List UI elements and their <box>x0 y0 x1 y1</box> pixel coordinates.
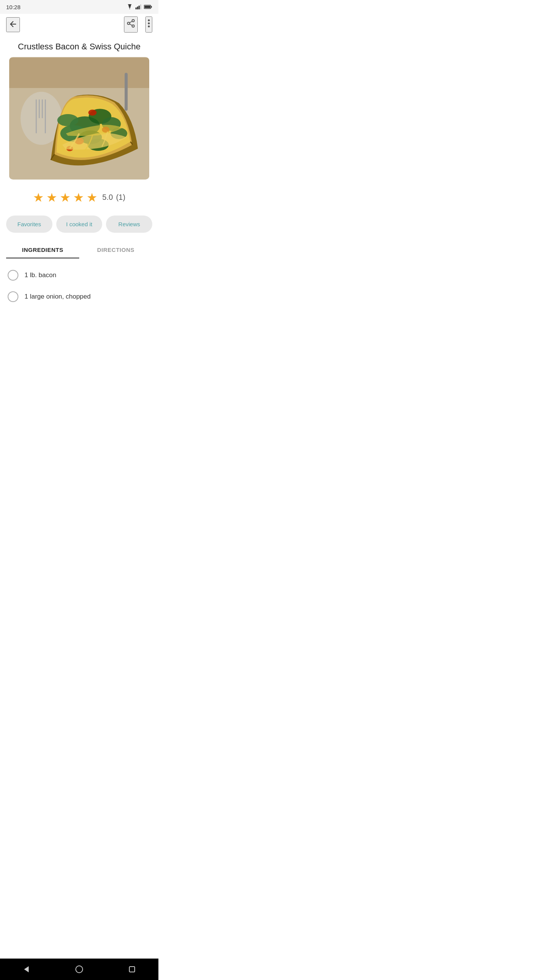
star-5: ★ <box>86 190 98 205</box>
recipe-image-container <box>0 57 158 186</box>
svg-rect-16 <box>9 57 149 88</box>
svg-line-10 <box>130 24 132 26</box>
svg-rect-6 <box>144 6 150 8</box>
more-icon <box>148 19 150 28</box>
svg-line-11 <box>130 21 132 23</box>
rating-count: (1) <box>116 193 125 202</box>
svg-point-7 <box>132 20 134 22</box>
ingredient-checkbox-1[interactable] <box>8 270 18 281</box>
svg-point-12 <box>148 20 150 21</box>
share-icon <box>126 19 135 28</box>
action-buttons: Favorites I cooked it Reviews <box>0 209 158 239</box>
back-arrow-icon <box>8 20 18 29</box>
svg-point-9 <box>132 25 134 27</box>
recipe-image <box>9 57 149 180</box>
star-4: ★ <box>73 190 84 205</box>
ingredients-list: 1 lb. bacon 1 large onion, chopped <box>0 258 158 314</box>
svg-rect-2 <box>139 6 140 10</box>
svg-point-13 <box>148 23 150 24</box>
svg-rect-21 <box>45 99 46 133</box>
more-button[interactable] <box>145 16 152 33</box>
battery-icon <box>144 5 152 9</box>
star-2: ★ <box>46 190 57 205</box>
svg-rect-1 <box>137 7 138 9</box>
ingredient-item-1: 1 lb. bacon <box>8 265 151 286</box>
cooked-it-button[interactable]: I cooked it <box>56 216 103 233</box>
status-bar: 10:28 <box>0 0 158 14</box>
nav-right <box>124 16 152 33</box>
rating-value: 5.0 <box>102 193 113 202</box>
status-icons <box>126 4 152 10</box>
svg-rect-3 <box>140 5 141 10</box>
svg-point-8 <box>127 22 130 24</box>
svg-point-32 <box>88 109 97 116</box>
tab-directions[interactable]: DIRECTIONS <box>79 242 152 258</box>
svg-rect-20 <box>42 99 43 118</box>
svg-rect-19 <box>39 99 40 118</box>
recipe-title-container: Crustless Bacon & Swiss Quiche <box>0 35 158 57</box>
ingredient-text-2: 1 large onion, chopped <box>24 293 91 301</box>
tab-ingredients[interactable]: INGREDIENTS <box>6 242 79 258</box>
svg-rect-0 <box>135 8 137 10</box>
ingredient-text-1: 1 lb. bacon <box>24 271 56 279</box>
rating-container: ★ ★ ★ ★ ★ 5.0 (1) <box>0 186 158 209</box>
favorites-button[interactable]: Favorites <box>6 216 52 233</box>
wifi-icon <box>126 4 133 10</box>
svg-rect-34 <box>125 73 128 111</box>
signal-icon <box>135 4 142 10</box>
nav-left <box>6 17 20 32</box>
ingredient-item-2: 1 large onion, chopped <box>8 286 151 307</box>
svg-point-27 <box>57 114 78 126</box>
reviews-button[interactable]: Reviews <box>106 216 152 233</box>
back-button[interactable] <box>6 17 20 32</box>
recipe-title: Crustless Bacon & Swiss Quiche <box>9 41 149 52</box>
top-nav <box>0 14 158 35</box>
tabs-container: INGREDIENTS DIRECTIONS <box>0 242 158 258</box>
stars: ★ ★ ★ ★ ★ <box>33 190 98 205</box>
star-3: ★ <box>60 190 71 205</box>
share-button[interactable] <box>124 16 138 33</box>
ingredient-checkbox-2[interactable] <box>8 291 18 302</box>
svg-point-14 <box>148 26 150 28</box>
status-time: 10:28 <box>6 4 21 10</box>
svg-rect-18 <box>36 99 37 133</box>
star-1: ★ <box>33 190 44 205</box>
svg-rect-5 <box>151 6 152 8</box>
